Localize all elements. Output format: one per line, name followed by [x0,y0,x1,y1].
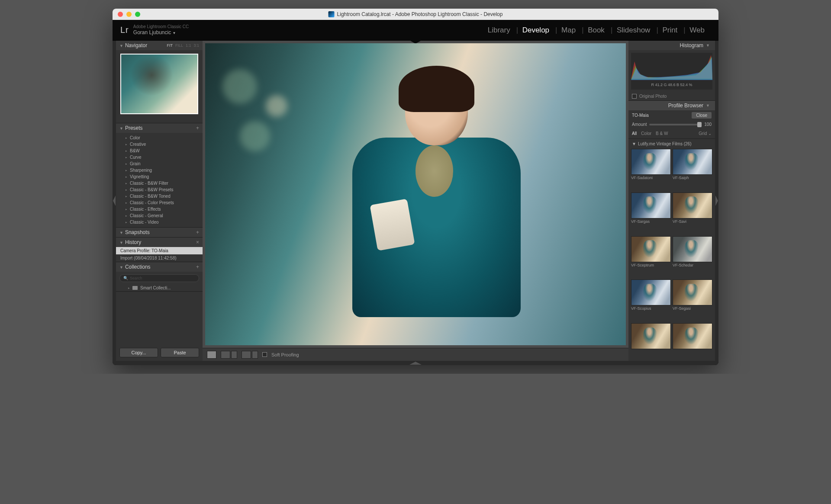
original-photo-checkbox[interactable] [632,94,637,99]
profile-view-mode[interactable]: Grid ⌄ [699,131,712,136]
logo: Lr [120,25,129,35]
history-item[interactable]: Import (08/04/2018 11:42:58) [116,254,203,262]
amount-value: 100 [704,122,712,127]
preset-folder[interactable]: Creative [116,141,203,148]
module-picker: LibraryDevelopMapBookSlideshowPrintWeb [482,26,711,35]
preset-folder[interactable]: Classic - Effects [116,206,203,212]
history-item[interactable]: Camera Profile: TO-Maia [116,247,203,254]
close-window-button[interactable] [118,12,123,17]
navigator-header[interactable]: ▼Navigator FITFILL1:13:1 [116,41,203,50]
module-slideshow[interactable]: Slideshow [611,26,657,35]
collections-search[interactable]: 🔍 Search [119,274,199,282]
minimize-window-button[interactable] [126,12,132,17]
copy-button[interactable]: Copy... [119,348,158,357]
profile-browser-header[interactable]: Profile Browser▼ [628,101,715,110]
module-develop[interactable]: Develop [516,26,555,35]
module-map[interactable]: Map [555,26,582,35]
histogram[interactable]: R 41.2 G 48.6 B 52.4 % [631,53,712,90]
toolbar: Soft Proofing [203,348,628,361]
center-panel: Soft Proofing [203,41,628,361]
collection-item[interactable]: Smart Collecti... [116,285,203,291]
app-icon [329,11,335,17]
preset-folder[interactable]: Color [116,135,203,141]
presets-header[interactable]: ▼Presets + [116,123,203,133]
window-title: Lightroom Catalog.lrcat - Adobe Photosho… [329,11,503,17]
rgb-readout: R 41.2 G 48.6 B 52.4 % [631,82,712,88]
traffic-lights [113,12,140,17]
identity-plate[interactable]: Goran Ljubuncic ▼ [133,29,189,36]
profile-card[interactable]: VF-Sargas [631,193,671,234]
profile-card[interactable]: VF-Sceptrum [631,236,671,278]
module-book[interactable]: Book [582,26,611,35]
preset-folder[interactable]: Classic - Video [116,219,203,225]
left-panel: ▼Navigator FITFILL1:13:1 ▼Presets + Colo… [116,41,203,361]
profile-card[interactable] [631,323,671,361]
before-after-lr-button[interactable] [221,351,230,359]
titlebar: Lightroom Catalog.lrcat - Adobe Photosho… [113,9,718,20]
folder-icon [132,286,138,290]
zoom-options[interactable]: FITFILL1:13:1 [167,43,199,48]
maximize-window-button[interactable] [135,12,140,17]
window-title-text: Lightroom Catalog.lrcat - Adobe Photosho… [337,11,503,17]
profile-card[interactable]: VF-Segasi [673,279,712,321]
profile-card[interactable] [673,323,712,361]
preset-folder[interactable]: Classic - General [116,212,203,219]
right-panel-toggle[interactable] [715,41,718,361]
current-profile-name: TO-Maia [632,113,649,118]
collections-header[interactable]: ▼Collections + [116,262,203,272]
right-panel: Histogram▼ R 41.2 G 48.6 B 52.4 % Origin… [628,41,715,361]
before-after-dropdown[interactable] [231,351,237,359]
product-name: Adobe Lightroom Classic CC [133,24,189,29]
soft-proofing-label: Soft Proofing [271,352,299,357]
navigator-thumbnail[interactable] [120,54,198,114]
profile-card[interactable]: VF-Schedar [673,236,712,278]
preset-folder[interactable]: B&W [116,148,203,154]
profile-card[interactable]: VF-Savi [673,193,712,234]
preset-folder[interactable]: Classic - B&W Presets [116,186,203,193]
left-panel-toggle[interactable] [113,41,116,361]
profile-card[interactable]: VF-Saiph [673,149,712,191]
filmstrip-toggle[interactable] [113,361,718,365]
amount-label: Amount [632,122,647,127]
module-library[interactable]: Library [482,26,516,35]
photo-canvas[interactable] [205,43,626,345]
amount-slider[interactable] [649,124,702,125]
preset-folder[interactable]: Classic - Color Presets [116,199,203,206]
module-print[interactable]: Print [656,26,683,35]
compare-yy-button[interactable] [242,351,251,359]
preset-folder[interactable]: Classic - B&W Filter [116,180,203,186]
profile-close-button[interactable]: Close [692,112,712,119]
history-header[interactable]: ▼History × [116,238,203,247]
preset-folder[interactable]: Grain [116,161,203,167]
module-web[interactable]: Web [683,26,711,35]
profile-card[interactable]: VF-Scopius [631,279,671,321]
preset-folder[interactable]: Curve [116,154,203,161]
paste-button[interactable]: Paste [161,348,199,357]
profile-card[interactable]: VF-Sadatoni [631,149,671,191]
histogram-header[interactable]: Histogram▼ [628,41,715,50]
profile-filter-color[interactable]: Color [641,131,651,136]
app-header: Lr Adobe Lightroom Classic CC Goran Ljub… [113,20,718,41]
preset-folder[interactable]: Sharpening [116,167,203,173]
loupe-view-button[interactable] [207,351,216,359]
brand: Lr Adobe Lightroom Classic CC Goran Ljub… [120,24,189,36]
profile-group-header[interactable]: ▼Lutify.me Vintage Films (26) [628,139,715,149]
compare-dropdown[interactable] [252,351,258,359]
soft-proofing-checkbox[interactable] [262,352,267,357]
original-photo-label: Original Photo [639,94,667,99]
preset-folder[interactable]: Classic - B&W Toned [116,193,203,199]
snapshots-header[interactable]: ▼Snapshots + [116,228,203,237]
preset-folder[interactable]: Vignetting [116,173,203,180]
search-icon: 🔍 [123,276,128,280]
app-window: Lightroom Catalog.lrcat - Adobe Photosho… [113,9,718,365]
profile-filter-b&w[interactable]: B & W [656,131,668,136]
profile-filter-all[interactable]: All [632,131,637,136]
